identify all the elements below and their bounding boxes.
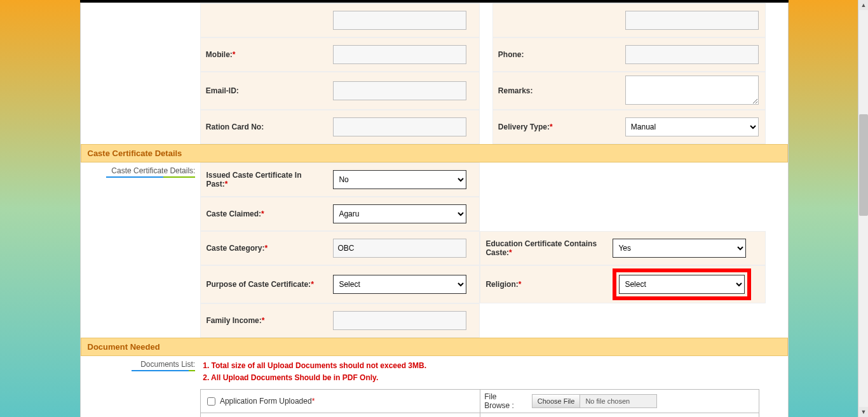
issued-label: Issued Caste Certificate In Past: <box>206 171 301 189</box>
unknown-input-2[interactable] <box>625 11 759 30</box>
remarks-textarea[interactable] <box>625 76 759 105</box>
table-row: Application Form Uploaded*File Browse :C… <box>201 390 759 413</box>
income-input[interactable] <box>333 311 466 330</box>
caste-section-header: Caste Certificate Details <box>81 144 788 162</box>
scrollbar[interactable]: ▲ ▼ <box>858 0 868 417</box>
delivery-select[interactable]: Manual <box>625 117 759 136</box>
doc-sublabel: Documents List: <box>132 360 195 371</box>
file-browse-label: File Browse : <box>480 413 528 417</box>
ration-input[interactable] <box>333 117 466 136</box>
purpose-label: Purpose of Caste Certificate: <box>206 280 311 289</box>
choose-file-button[interactable]: Choose File <box>532 395 581 407</box>
phone-input[interactable] <box>625 45 759 64</box>
file-chooser[interactable]: Choose FileNo file chosen <box>532 394 658 408</box>
edu-label: Education Certificate Contains Caste: <box>485 239 597 257</box>
remarks-label: Remarks: <box>498 86 533 95</box>
unknown-input[interactable] <box>333 11 466 30</box>
religion-highlight: Select <box>613 268 751 300</box>
doc-checkbox[interactable] <box>207 397 215 406</box>
claimed-select[interactable]: Agaru <box>333 204 466 223</box>
income-label: Family Income: <box>206 316 261 325</box>
scroll-down-icon[interactable]: ▼ <box>859 407 868 417</box>
delivery-label: Delivery Type: <box>498 122 550 131</box>
scrollbar-thumb[interactable] <box>859 114 868 216</box>
mobile-input[interactable] <box>333 45 466 64</box>
file-chosen-text: No file chosen <box>580 395 656 407</box>
email-input[interactable] <box>333 81 466 100</box>
category-label: Caste Category: <box>206 244 264 253</box>
scroll-up-icon[interactable]: ▲ <box>859 0 868 10</box>
mobile-label: Mobile: <box>206 50 233 59</box>
email-label: Email-ID: <box>206 86 239 95</box>
doc-section-header: Document Needed <box>81 338 788 356</box>
issued-select[interactable]: No <box>333 170 466 189</box>
claimed-label: Caste Claimed: <box>206 209 261 218</box>
phone-label: Phone: <box>498 50 524 59</box>
edu-select[interactable]: Yes <box>613 239 746 258</box>
documents-table: Application Form Uploaded*File Browse :C… <box>200 389 759 417</box>
religion-select[interactable]: Select <box>619 275 745 294</box>
doc-row-label: Application Form Uploaded <box>218 397 311 406</box>
category-input[interactable] <box>333 239 466 258</box>
religion-label: Religion: <box>485 280 518 289</box>
form-container: Mobile:* Phone: Email-ID: Remarks: <box>80 3 789 417</box>
file-browse-label: File Browse : <box>480 390 528 413</box>
doc-note-1: 1. Total size of all Upload Documents sh… <box>203 360 785 372</box>
doc-note-2: 2. All Upload Documents Should be in PDF… <box>203 372 785 384</box>
purpose-select[interactable]: Select <box>333 275 466 294</box>
caste-sublabel: Caste Certificate Details: <box>106 166 195 178</box>
ration-label: Ration Card No: <box>206 122 264 131</box>
table-row: Address Proof & ID Proof*File Browse :Ch… <box>201 413 759 417</box>
